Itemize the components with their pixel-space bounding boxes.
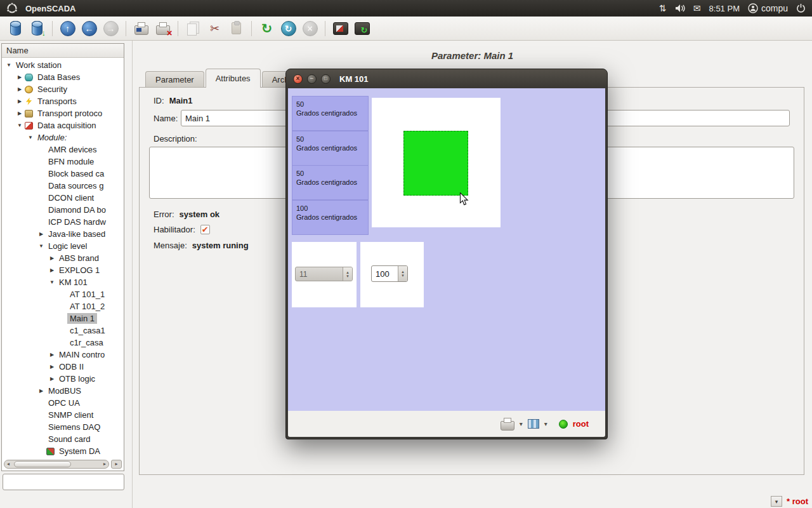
maximize-icon[interactable]: □ bbox=[321, 74, 331, 84]
value-spinbox-small[interactable]: 11 ▲ ▼ bbox=[295, 267, 353, 281]
tree-item-dcon-client[interactable]: DCON client bbox=[2, 192, 124, 204]
tree-expander-closed-icon[interactable]: ▶ bbox=[15, 86, 24, 92]
start-update-button[interactable]: ↻ bbox=[279, 19, 298, 37]
window-statusbar: ▾ * root bbox=[771, 496, 808, 507]
tree-item-transports[interactable]: ▶Transports bbox=[2, 95, 124, 107]
tree-expander-closed-icon[interactable]: ▶ bbox=[48, 376, 56, 382]
tree-item-main-1[interactable]: Main 1 bbox=[2, 312, 124, 324]
tree-item-explog-1[interactable]: ▶EXPLOG 1 bbox=[2, 264, 124, 276]
tree-item-work-station[interactable]: ▼Work station bbox=[2, 59, 124, 71]
tree-item-diamond-da-bo[interactable]: Diamond DA bo bbox=[2, 204, 124, 216]
spin-down-icon[interactable]: ▼ bbox=[401, 274, 405, 277]
close-icon[interactable]: × bbox=[293, 74, 303, 84]
tree-item-transport-protoco[interactable]: ▶Transport protoco bbox=[2, 107, 124, 119]
scrollbar-handle[interactable] bbox=[14, 461, 71, 467]
tree-item-system-da[interactable]: System DA bbox=[2, 445, 124, 457]
spin-down-icon[interactable]: ▼ bbox=[346, 274, 350, 278]
tree-horizontal-scrollbar[interactable]: ◂ ▸ ▸ bbox=[4, 458, 122, 469]
tree-item-siemens-daq[interactable]: Siemens DAQ bbox=[2, 421, 124, 433]
tab-parameter[interactable]: Parameter bbox=[145, 71, 204, 88]
station-sync-button[interactable] bbox=[353, 19, 371, 37]
tree-item-data-bases[interactable]: ▶Data Bases bbox=[2, 71, 124, 83]
ubuntu-logo-icon[interactable] bbox=[6, 3, 18, 14]
power-menu-icon[interactable] bbox=[796, 3, 806, 13]
tree-item-otb-logic[interactable]: ▶OTB logic bbox=[2, 373, 124, 385]
tree-item-bfn-module[interactable]: BFN module bbox=[2, 156, 124, 168]
remote-station-button[interactable] bbox=[331, 19, 350, 37]
add-item-button[interactable] bbox=[132, 19, 150, 37]
tree-item-c1r-casa[interactable]: c1r_casa bbox=[2, 337, 124, 349]
tree-item-opc-ua[interactable]: OPC UA bbox=[2, 397, 124, 409]
tree-item-block-based-ca[interactable]: Block based ca bbox=[2, 168, 124, 180]
tree-item-icp-das-hardw[interactable]: ICP DAS hardw bbox=[2, 216, 124, 228]
scroll-corner-button[interactable]: ▸ bbox=[111, 460, 122, 469]
export-icon[interactable] bbox=[528, 419, 539, 429]
refresh-button[interactable]: ↻ bbox=[258, 19, 276, 37]
tree-item-main-contro[interactable]: ▶MAIN contro bbox=[2, 349, 124, 361]
tree-item-sound-card[interactable]: Sound card bbox=[2, 433, 124, 445]
tree-item-security[interactable]: ▶Security bbox=[2, 83, 124, 95]
tree-expander-closed-icon[interactable]: ▶ bbox=[15, 110, 24, 116]
cut-item-button[interactable]: ✂ bbox=[206, 19, 224, 37]
tree-item-label: ICP DAS hardw bbox=[46, 217, 108, 227]
print-dropdown-icon[interactable]: ▾ bbox=[520, 420, 523, 427]
back-button[interactable]: ← bbox=[80, 19, 98, 37]
user-dropdown-button[interactable]: ▾ bbox=[771, 496, 782, 507]
load-from-db-button[interactable] bbox=[6, 19, 25, 37]
tree-expander-closed-icon[interactable]: ▶ bbox=[48, 352, 56, 358]
volume-indicator-icon[interactable] bbox=[675, 4, 685, 13]
enable-checkbox[interactable]: ✔ bbox=[200, 225, 210, 234]
green-indicator-rect[interactable] bbox=[403, 131, 468, 196]
up-button[interactable]: ↑ bbox=[58, 19, 77, 37]
tree-expander-closed-icon[interactable]: ▶ bbox=[15, 98, 24, 104]
tree-item-module[interactable]: ▼Module: bbox=[2, 131, 124, 144]
copy-item-button[interactable] bbox=[184, 19, 202, 37]
tree-item-c1-casa1[interactable]: c1_casa1 bbox=[2, 324, 124, 337]
tree-expander-closed-icon[interactable]: ▶ bbox=[15, 74, 24, 80]
scrollbar-track[interactable]: ◂ ▸ bbox=[4, 460, 109, 469]
tree-expander-closed-icon[interactable]: ▶ bbox=[37, 231, 46, 237]
tree-item-amr-devices[interactable]: AMR devices bbox=[2, 144, 124, 156]
tree-item-abs-brand[interactable]: ▶ABS brand bbox=[2, 252, 124, 264]
tree-item-at-101-2[interactable]: AT 101_2 bbox=[2, 300, 124, 312]
tree-expander-open-icon[interactable]: ▼ bbox=[15, 123, 24, 128]
tree-item-data-acquisition[interactable]: ▼Data acquisition bbox=[2, 119, 124, 131]
clock[interactable]: 8:51 PM bbox=[709, 4, 740, 13]
tab-attributes[interactable]: Attributes bbox=[206, 69, 261, 88]
network-indicator-icon[interactable]: ⇅ bbox=[659, 3, 667, 13]
forward-button[interactable]: → bbox=[102, 19, 120, 37]
paste-item-button[interactable] bbox=[227, 19, 246, 37]
tree-expander-closed-icon[interactable]: ▶ bbox=[48, 255, 56, 261]
tree-expander-closed-icon[interactable]: ▶ bbox=[48, 267, 56, 273]
dialog-titlebar[interactable]: × − □ KM 101 bbox=[286, 69, 607, 88]
tree-item-at-101-1[interactable]: AT 101_1 bbox=[2, 288, 124, 300]
tree-expander-open-icon[interactable]: ▼ bbox=[48, 279, 56, 285]
tree-item-logic-level[interactable]: ▼Logic level bbox=[2, 240, 124, 252]
tree-item-data-sources-g[interactable]: Data sources g bbox=[2, 180, 124, 192]
mail-indicator-icon[interactable]: ✉ bbox=[693, 3, 701, 13]
user-menu[interactable]: compu bbox=[748, 3, 788, 13]
scroll-right-icon[interactable]: ▸ bbox=[103, 461, 106, 467]
tree-item-modbus[interactable]: ▶ModBUS bbox=[2, 385, 124, 397]
minimize-icon[interactable]: − bbox=[307, 74, 317, 84]
tree-expander-open-icon[interactable]: ▼ bbox=[4, 62, 13, 68]
tree-item-snmp-client[interactable]: SNMP client bbox=[2, 409, 124, 421]
delete-item-button[interactable] bbox=[154, 19, 172, 37]
tree-expander-closed-icon[interactable]: ▶ bbox=[48, 364, 56, 370]
stop-update-button[interactable]: × bbox=[301, 19, 319, 37]
tree-item-odb-ii[interactable]: ▶ODB II bbox=[2, 361, 124, 373]
tree-search-input[interactable] bbox=[3, 474, 124, 490]
tree-item-java-like-based[interactable]: ▶Java-like based bbox=[2, 228, 124, 240]
scroll-left-icon[interactable]: ◂ bbox=[7, 461, 10, 467]
export-dropdown-icon[interactable]: ▾ bbox=[544, 420, 547, 427]
tree-expander-open-icon[interactable]: ▼ bbox=[26, 135, 35, 140]
tree-expander-open-icon[interactable]: ▼ bbox=[37, 243, 46, 249]
save-to-db-button[interactable] bbox=[28, 19, 46, 37]
spinbox-arrows[interactable]: ▲ ▼ bbox=[398, 266, 407, 281]
print-icon[interactable] bbox=[501, 421, 514, 431]
value-spinbox-large[interactable]: 100 ▲ ▼ bbox=[371, 265, 408, 282]
tree-column-header[interactable]: Name bbox=[2, 44, 124, 58]
tree-item-km-101[interactable]: ▼KM 101 bbox=[2, 276, 124, 288]
spinbox-arrows[interactable]: ▲ ▼ bbox=[343, 267, 352, 281]
tree-expander-closed-icon[interactable]: ▶ bbox=[37, 388, 46, 394]
